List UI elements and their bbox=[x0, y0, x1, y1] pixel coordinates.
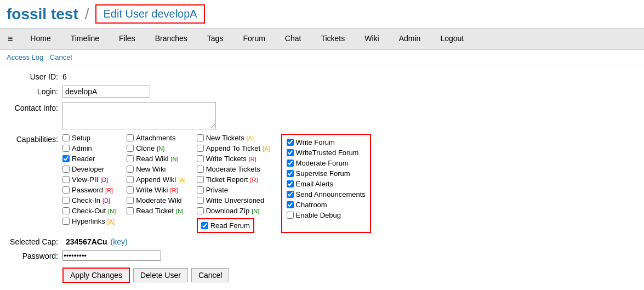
cap-check-in-checkbox[interactable] bbox=[62, 197, 70, 204]
cap-append-ticket-checkbox[interactable] bbox=[197, 145, 204, 152]
main-nav: ≡ Home Timeline Files Branches Tags Foru… bbox=[0, 28, 644, 50]
cap-clone-label: Clone bbox=[136, 144, 155, 152]
cap-moderate-wiki-checkbox[interactable] bbox=[127, 197, 134, 204]
delete-user-button[interactable]: Delete User bbox=[133, 268, 188, 282]
apply-changes-button[interactable]: Apply Changes bbox=[62, 268, 130, 283]
hamburger-menu[interactable]: ≡ bbox=[0, 29, 20, 49]
contact-info-input[interactable] bbox=[62, 102, 216, 129]
nav-branches[interactable]: Branches bbox=[145, 29, 197, 48]
cap-read-ticket-letter: [N] bbox=[176, 208, 184, 214]
read-forum-box: Read Forum bbox=[197, 218, 254, 233]
cap-key-link[interactable]: (key) bbox=[111, 237, 128, 246]
cap-write-trusted-forum: WriteTrusted Forum bbox=[287, 149, 366, 157]
breadcrumb-access-log[interactable]: Access Log bbox=[7, 53, 43, 61]
cap-admin: Admin bbox=[62, 144, 116, 152]
cap-col-1: Setup Admin Reader Developer View-PII[D] bbox=[62, 134, 116, 233]
cap-check-in-letter: [D] bbox=[102, 197, 110, 204]
cap-write-forum-label: Write Forum bbox=[296, 138, 335, 146]
cap-password-checkbox[interactable] bbox=[62, 186, 70, 194]
cap-check-out-label: Check-Out bbox=[72, 207, 106, 215]
cap-col-2: Attachments Clone[N] Read Wiki[N] New Wi… bbox=[127, 134, 185, 233]
cap-private-checkbox[interactable] bbox=[197, 186, 204, 194]
breadcrumb-cancel[interactable]: Cancel bbox=[50, 53, 72, 61]
cap-read-ticket-checkbox[interactable] bbox=[127, 207, 134, 214]
buttons-row: Apply Changes Delete User Cancel bbox=[8, 268, 636, 283]
cap-moderate-forum-label: Moderate Forum bbox=[296, 159, 349, 167]
cap-email-alerts-label: Email Alerts bbox=[296, 180, 334, 188]
cap-setup-checkbox[interactable] bbox=[62, 134, 70, 141]
cap-reader: Reader bbox=[62, 155, 116, 163]
cap-write-trusted-forum-checkbox[interactable] bbox=[287, 149, 294, 156]
user-id-label: User ID: bbox=[8, 71, 62, 81]
nav-forum[interactable]: Forum bbox=[233, 29, 275, 48]
cap-enable-debug-checkbox[interactable] bbox=[287, 212, 294, 219]
cap-hyperlinks-checkbox[interactable] bbox=[62, 218, 70, 225]
cap-moderate-tickets-checkbox[interactable] bbox=[197, 166, 204, 173]
cap-chatroom-checkbox[interactable] bbox=[287, 201, 294, 208]
cap-chatroom: Chatroom bbox=[287, 201, 366, 209]
cap-developer-checkbox[interactable] bbox=[62, 166, 70, 173]
cap-check-out-checkbox[interactable] bbox=[62, 207, 70, 214]
cap-write-wiki-checkbox[interactable] bbox=[127, 186, 134, 194]
contact-info-row: Contact Info: bbox=[8, 102, 636, 129]
nav-chat[interactable]: Chat bbox=[275, 29, 311, 48]
cap-write-forum-checkbox[interactable] bbox=[287, 139, 294, 146]
cap-write-tickets-checkbox[interactable] bbox=[197, 155, 204, 162]
capabilities-grid: Setup Admin Reader Developer View-PII[D] bbox=[62, 134, 371, 233]
login-input[interactable] bbox=[62, 86, 150, 98]
cap-ticket-report-checkbox[interactable] bbox=[197, 176, 204, 183]
cap-attachments-checkbox[interactable] bbox=[127, 134, 134, 141]
nav-wiki[interactable]: Wiki bbox=[355, 29, 389, 48]
cap-email-alerts: Email Alerts bbox=[287, 180, 366, 188]
contact-info-label: Contact Info: bbox=[8, 102, 62, 112]
capabilities-row: Capabilities: Setup Admin Reader bbox=[8, 134, 636, 233]
capabilities-label: Capabilities: bbox=[8, 134, 62, 144]
cap-clone: Clone[N] bbox=[127, 144, 185, 152]
cancel-button[interactable]: Cancel bbox=[191, 268, 230, 282]
nav-tickets[interactable]: Tickets bbox=[311, 29, 355, 48]
page-title: Edit User developA bbox=[95, 4, 204, 24]
cap-col-4-boxed: Write Forum WriteTrusted Forum Moderate … bbox=[281, 134, 371, 233]
cap-supervise-forum-checkbox[interactable] bbox=[287, 170, 294, 177]
password-input[interactable] bbox=[62, 251, 161, 261]
cap-append-ticket: Append To Ticket[A] bbox=[197, 144, 270, 152]
cap-write-wiki-letter: [R] bbox=[170, 187, 178, 194]
cap-hyperlinks: Hyperlinks[A] bbox=[62, 217, 116, 225]
cap-write-tickets: Write Tickets[R] bbox=[197, 155, 270, 163]
cap-append-wiki-checkbox[interactable] bbox=[127, 176, 134, 183]
site-header: fossil test / Edit User developA bbox=[0, 0, 644, 28]
cap-read-forum-checkbox[interactable] bbox=[201, 222, 208, 229]
cap-admin-label: Admin bbox=[72, 144, 92, 152]
nav-files[interactable]: Files bbox=[109, 29, 145, 48]
cap-admin-checkbox[interactable] bbox=[62, 145, 70, 152]
main-content: User ID: 6 Login: Contact Info: Capabili… bbox=[0, 65, 644, 288]
cap-clone-checkbox[interactable] bbox=[127, 145, 134, 152]
nav-admin[interactable]: Admin bbox=[389, 29, 431, 48]
selected-cap-row: Selected Cap: 234567ACu (key) bbox=[8, 237, 636, 246]
cap-new-wiki-checkbox[interactable] bbox=[127, 166, 134, 173]
nav-logout[interactable]: Logout bbox=[430, 29, 474, 48]
nav-home[interactable]: Home bbox=[20, 29, 60, 48]
cap-send-announcements-label: Send Announcements bbox=[296, 190, 366, 198]
cap-new-tickets-checkbox[interactable] bbox=[197, 134, 204, 141]
cap-view-pii-checkbox[interactable] bbox=[62, 176, 70, 183]
cap-moderate-forum-checkbox[interactable] bbox=[287, 160, 294, 167]
cap-email-alerts-checkbox[interactable] bbox=[287, 180, 294, 187]
cap-reader-checkbox[interactable] bbox=[62, 155, 70, 162]
cap-setup-label: Setup bbox=[72, 134, 90, 142]
cap-read-wiki-checkbox[interactable] bbox=[127, 155, 134, 162]
cap-supervise-forum: Supervise Forum bbox=[287, 169, 366, 178]
cap-check-in-label: Check-In bbox=[72, 196, 100, 204]
nav-timeline[interactable]: Timeline bbox=[61, 29, 109, 48]
cap-password-label: Password bbox=[72, 186, 103, 194]
nav-tags[interactable]: Tags bbox=[197, 29, 233, 48]
cap-write-unversioned-checkbox[interactable] bbox=[197, 197, 204, 204]
cap-new-tickets: New Tickets[A] bbox=[197, 134, 270, 142]
cap-read-forum-label: Read Forum bbox=[210, 221, 250, 230]
cap-send-announcements-checkbox[interactable] bbox=[287, 191, 294, 198]
cap-download-zip-checkbox[interactable] bbox=[197, 207, 204, 214]
cap-enable-debug: Enable Debug bbox=[287, 211, 366, 219]
cap-moderate-wiki-label: Moderate Wiki bbox=[136, 196, 181, 204]
cap-read-wiki: Read Wiki[N] bbox=[127, 155, 185, 163]
cap-setup: Setup bbox=[62, 134, 116, 142]
